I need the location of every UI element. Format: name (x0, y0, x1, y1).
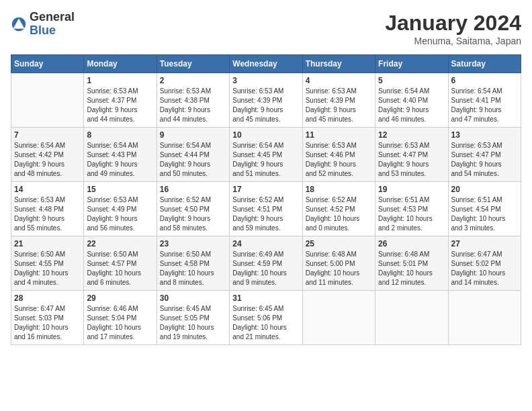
calendar-cell: 24Sunrise: 6:49 AM Sunset: 4:59 PM Dayli… (230, 236, 302, 291)
day-info: Sunrise: 6:48 AM Sunset: 5:00 PM Dayligh… (306, 250, 372, 287)
calendar-cell: 12Sunrise: 6:53 AM Sunset: 4:47 PM Dayli… (375, 128, 448, 182)
calendar-cell: 4Sunrise: 6:53 AM Sunset: 4:39 PM Daylig… (302, 73, 375, 128)
calendar-cell (302, 291, 375, 345)
calendar-cell: 1Sunrise: 6:53 AM Sunset: 4:37 PM Daylig… (84, 73, 157, 128)
calendar-week-row: 14Sunrise: 6:53 AM Sunset: 4:48 PM Dayli… (11, 182, 521, 236)
logo: General Blue (11, 11, 75, 38)
day-info: Sunrise: 6:51 AM Sunset: 4:53 PM Dayligh… (378, 195, 445, 233)
calendar-cell: 11Sunrise: 6:53 AM Sunset: 4:46 PM Dayli… (302, 128, 375, 182)
calendar-cell: 13Sunrise: 6:53 AM Sunset: 4:47 PM Dayli… (448, 128, 521, 182)
day-info: Sunrise: 6:47 AM Sunset: 5:03 PM Dayligh… (14, 304, 81, 342)
day-number: 29 (87, 293, 153, 303)
calendar-cell: 25Sunrise: 6:48 AM Sunset: 5:00 PM Dayli… (302, 236, 375, 291)
day-info: Sunrise: 6:53 AM Sunset: 4:39 PM Dayligh… (232, 87, 299, 124)
calendar-cell (11, 73, 84, 128)
calendar-cell: 30Sunrise: 6:45 AM Sunset: 5:05 PM Dayli… (157, 291, 229, 345)
calendar-cell: 15Sunrise: 6:53 AM Sunset: 4:49 PM Dayli… (84, 182, 157, 236)
day-info: Sunrise: 6:53 AM Sunset: 4:47 PM Dayligh… (451, 141, 518, 179)
location-subtitle: Menuma, Saitama, Japan (385, 36, 521, 46)
col-header-wednesday: Wednesday (230, 55, 302, 73)
month-title: January 2024 (385, 11, 521, 36)
calendar-cell: 7Sunrise: 6:54 AM Sunset: 4:42 PM Daylig… (11, 128, 84, 182)
day-info: Sunrise: 6:52 AM Sunset: 4:50 PM Dayligh… (160, 195, 226, 233)
logo-text: General Blue (30, 11, 75, 38)
day-number: 9 (160, 130, 226, 140)
col-header-sunday: Sunday (11, 55, 84, 73)
day-info: Sunrise: 6:45 AM Sunset: 5:05 PM Dayligh… (160, 304, 226, 342)
calendar-week-row: 28Sunrise: 6:47 AM Sunset: 5:03 PM Dayli… (11, 291, 521, 345)
day-number: 4 (306, 76, 372, 85)
day-number: 20 (451, 185, 518, 194)
day-number: 30 (160, 293, 226, 303)
day-number: 3 (232, 76, 299, 85)
calendar-cell: 5Sunrise: 6:54 AM Sunset: 4:40 PM Daylig… (375, 73, 448, 128)
day-info: Sunrise: 6:51 AM Sunset: 4:54 PM Dayligh… (451, 195, 518, 233)
day-info: Sunrise: 6:53 AM Sunset: 4:37 PM Dayligh… (87, 87, 153, 124)
day-info: Sunrise: 6:53 AM Sunset: 4:39 PM Dayligh… (306, 87, 372, 124)
day-info: Sunrise: 6:52 AM Sunset: 4:52 PM Dayligh… (306, 195, 372, 233)
day-info: Sunrise: 6:48 AM Sunset: 5:01 PM Dayligh… (378, 250, 445, 287)
page-header: General Blue January 2024 Menuma, Saitam… (11, 11, 521, 46)
day-number: 1 (87, 76, 153, 85)
calendar-cell: 31Sunrise: 6:45 AM Sunset: 5:06 PM Dayli… (230, 291, 302, 345)
day-info: Sunrise: 6:54 AM Sunset: 4:40 PM Dayligh… (378, 87, 445, 124)
day-number: 26 (378, 239, 445, 248)
calendar-cell: 19Sunrise: 6:51 AM Sunset: 4:53 PM Dayli… (375, 182, 448, 236)
day-info: Sunrise: 6:50 AM Sunset: 4:57 PM Dayligh… (87, 250, 153, 287)
calendar-table: SundayMondayTuesdayWednesdayThursdayFrid… (11, 54, 521, 345)
calendar-cell: 28Sunrise: 6:47 AM Sunset: 5:03 PM Dayli… (11, 291, 84, 345)
day-number: 16 (160, 185, 226, 194)
day-info: Sunrise: 6:54 AM Sunset: 4:41 PM Dayligh… (451, 87, 518, 124)
day-info: Sunrise: 6:45 AM Sunset: 5:06 PM Dayligh… (232, 304, 299, 342)
day-number: 27 (451, 239, 518, 248)
day-number: 11 (306, 130, 372, 140)
calendar-week-row: 1Sunrise: 6:53 AM Sunset: 4:37 PM Daylig… (11, 73, 521, 128)
day-number: 28 (14, 293, 81, 303)
day-info: Sunrise: 6:53 AM Sunset: 4:38 PM Dayligh… (160, 87, 226, 124)
day-number: 19 (378, 185, 445, 194)
calendar-cell: 14Sunrise: 6:53 AM Sunset: 4:48 PM Dayli… (11, 182, 84, 236)
day-info: Sunrise: 6:53 AM Sunset: 4:46 PM Dayligh… (306, 141, 372, 179)
day-info: Sunrise: 6:49 AM Sunset: 4:59 PM Dayligh… (232, 250, 299, 287)
calendar-cell: 6Sunrise: 6:54 AM Sunset: 4:41 PM Daylig… (448, 73, 521, 128)
calendar-cell (448, 291, 521, 345)
day-info: Sunrise: 6:46 AM Sunset: 5:04 PM Dayligh… (87, 304, 153, 342)
calendar-cell: 9Sunrise: 6:54 AM Sunset: 4:44 PM Daylig… (157, 128, 229, 182)
calendar-cell: 8Sunrise: 6:54 AM Sunset: 4:43 PM Daylig… (84, 128, 157, 182)
calendar-cell: 27Sunrise: 6:47 AM Sunset: 5:02 PM Dayli… (448, 236, 521, 291)
day-number: 25 (306, 239, 372, 248)
day-number: 8 (87, 130, 153, 140)
calendar-cell: 20Sunrise: 6:51 AM Sunset: 4:54 PM Dayli… (448, 182, 521, 236)
day-info: Sunrise: 6:53 AM Sunset: 4:49 PM Dayligh… (87, 195, 153, 233)
day-number: 14 (14, 185, 81, 194)
calendar-cell: 23Sunrise: 6:50 AM Sunset: 4:58 PM Dayli… (157, 236, 229, 291)
day-number: 24 (232, 239, 299, 248)
day-info: Sunrise: 6:54 AM Sunset: 4:42 PM Dayligh… (14, 141, 81, 179)
day-info: Sunrise: 6:47 AM Sunset: 5:02 PM Dayligh… (451, 250, 518, 287)
col-header-thursday: Thursday (302, 55, 375, 73)
calendar-cell: 29Sunrise: 6:46 AM Sunset: 5:04 PM Dayli… (84, 291, 157, 345)
title-block: January 2024 Menuma, Saitama, Japan (385, 11, 521, 46)
col-header-saturday: Saturday (448, 55, 521, 73)
day-number: 12 (378, 130, 445, 140)
day-number: 21 (14, 239, 81, 248)
calendar-cell: 2Sunrise: 6:53 AM Sunset: 4:38 PM Daylig… (157, 73, 229, 128)
calendar-cell: 26Sunrise: 6:48 AM Sunset: 5:01 PM Dayli… (375, 236, 448, 291)
day-number: 7 (14, 130, 81, 140)
day-info: Sunrise: 6:53 AM Sunset: 4:48 PM Dayligh… (14, 195, 81, 233)
calendar-cell: 18Sunrise: 6:52 AM Sunset: 4:52 PM Dayli… (302, 182, 375, 236)
calendar-header-row: SundayMondayTuesdayWednesdayThursdayFrid… (11, 55, 521, 73)
day-info: Sunrise: 6:53 AM Sunset: 4:47 PM Dayligh… (378, 141, 445, 179)
day-number: 22 (87, 239, 153, 248)
calendar-cell: 22Sunrise: 6:50 AM Sunset: 4:57 PM Dayli… (84, 236, 157, 291)
day-number: 23 (160, 239, 226, 248)
day-number: 15 (87, 185, 153, 194)
day-info: Sunrise: 6:50 AM Sunset: 4:55 PM Dayligh… (14, 250, 81, 287)
logo-blue: Blue (30, 24, 56, 37)
logo-icon (11, 16, 27, 32)
col-header-monday: Monday (84, 55, 157, 73)
day-number: 17 (232, 185, 299, 194)
calendar-week-row: 7Sunrise: 6:54 AM Sunset: 4:42 PM Daylig… (11, 128, 521, 182)
calendar-cell: 16Sunrise: 6:52 AM Sunset: 4:50 PM Dayli… (157, 182, 229, 236)
calendar-cell (375, 291, 448, 345)
